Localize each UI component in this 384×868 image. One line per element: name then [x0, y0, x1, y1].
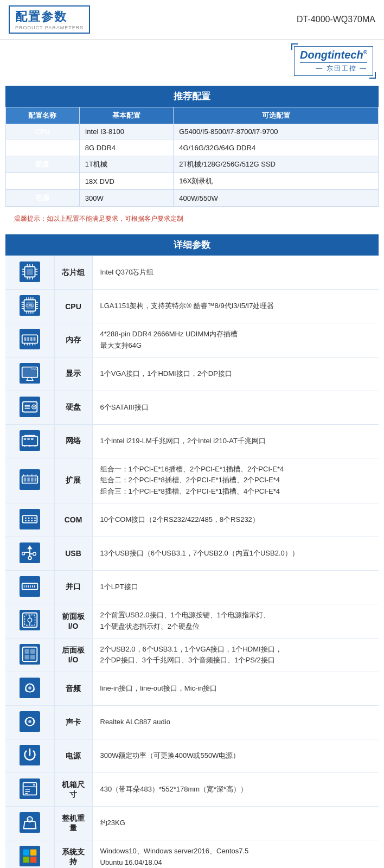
- svg-point-123: [28, 686, 31, 690]
- detail-label: 扩展: [54, 458, 92, 503]
- detail-icon-cell: [5, 739, 54, 773]
- rec-basic: 300W: [79, 190, 173, 207]
- svg-rect-140: [23, 850, 29, 856]
- list-item: KG 整机重量 约23KG: [5, 807, 379, 840]
- detail-label: 前面板I/O: [54, 604, 92, 638]
- detail-label: 内存: [54, 323, 92, 358]
- detail-value: 1个Intel i219-LM千兆网口，2个Intel i210-AT千兆网口: [92, 424, 379, 458]
- logo-box: 配置参数 PRODUCT PARAMETERS: [9, 5, 90, 34]
- svg-point-126: [28, 720, 31, 723]
- brand-sub: — 东田工控 —: [300, 62, 367, 73]
- list-item: COM 10个COM接口（2个RS232/422/485，8个RS232）: [5, 503, 379, 537]
- rec-optional: G5400/I5-8500/I7-8700/I7-9700: [174, 124, 379, 139]
- svg-rect-38: [27, 337, 29, 341]
- detail-label: 并口: [54, 570, 92, 604]
- detail-table: 芯片组 Intel Q370芯片组 CPU CPU LGA1151架构，支持英特…: [5, 256, 379, 868]
- audio-icon: [20, 678, 40, 700]
- detail-label: 声卡: [54, 706, 92, 739]
- expand-icon: [20, 469, 40, 492]
- detail-label: 显示: [54, 357, 92, 391]
- detail-value: line-in接口，line-out接口，Mic-in接口: [92, 672, 379, 706]
- detail-icon-cell: [5, 391, 54, 424]
- frontio-icon: [20, 610, 40, 632]
- detail-icon-cell: CPU: [5, 290, 54, 323]
- detail-value: 10个COM接口（2个RS232/422/485，8个RS232）: [92, 503, 379, 537]
- cpu-icon: CPU: [20, 295, 40, 317]
- rec-optional: 16X刻录机: [174, 173, 379, 190]
- list-item: USB 13个USB接口（6个USB3.1，7个USB2.0（内置1个USB2.…: [5, 537, 379, 570]
- detail-label: 硬盘: [54, 391, 92, 424]
- svg-point-57: [33, 406, 35, 407]
- svg-text:CPU: CPU: [25, 303, 34, 308]
- detail-label: 整机重量: [54, 807, 92, 840]
- chipset-icon: [20, 261, 40, 284]
- svg-point-88: [34, 518, 36, 519]
- detail-icon-cell: [5, 458, 54, 503]
- list-item: 并口 1个LPT接口: [5, 570, 379, 604]
- list-item: 系统支持 Windows10、Windows server2016、Centos…: [5, 840, 379, 868]
- detail-icon-cell: [5, 604, 54, 638]
- rec-col1: 配置名称: [6, 107, 80, 124]
- usb-icon: [20, 542, 40, 565]
- detail-label: 网络: [54, 424, 92, 458]
- rec-name: CPU: [6, 124, 80, 139]
- hdd-icon: [20, 397, 40, 419]
- detail-label: USB: [54, 537, 92, 570]
- table-row: 光驱 18X DVD 16X刻录机: [6, 173, 379, 190]
- detail-icon-cell: [5, 323, 54, 358]
- detail-value: 6个SATAIII接口: [92, 391, 379, 424]
- detail-value: Realtek ALC887 audio: [92, 706, 379, 739]
- detail-label: 系统支持: [54, 840, 92, 868]
- detail-icon-cell: [5, 638, 54, 672]
- detail-icon-cell: [5, 537, 54, 570]
- rec-basic: Intel I3-8100: [79, 124, 173, 139]
- detail-title: 详细参数: [5, 234, 379, 256]
- recommend-title: 推荐配置: [5, 86, 379, 107]
- svg-rect-142: [23, 857, 29, 863]
- display-icon: VGA: [20, 363, 40, 385]
- detail-icon-cell: [5, 424, 54, 458]
- list-item: 前面板I/O 2个前置USB2.0接口、1个电源按键、1个电源指示灯、1个硬盘状…: [5, 604, 379, 638]
- detail-value: 约23KG: [92, 807, 379, 840]
- detail-value: 2个USB2.0，6个USB3.1，1个VGA接口，1个HDMI接口，2个DP接…: [92, 638, 379, 672]
- svg-rect-75: [23, 477, 26, 482]
- detail-label: 后面板I/O: [54, 638, 92, 672]
- chassis-icon: [20, 778, 40, 801]
- rec-optional: 4G/16G/32G/64G DDR4: [174, 139, 379, 156]
- detail-value: Windows10、Windows server2016、Centos7.5Ub…: [92, 840, 379, 868]
- svg-rect-119: [24, 655, 29, 660]
- memory-icon: [20, 329, 40, 351]
- list-item: 音频 line-in接口，line-out接口，Mic-in接口: [5, 672, 379, 706]
- svg-point-131: [33, 784, 35, 786]
- svg-rect-117: [24, 649, 29, 654]
- detail-value: 430（带耳朵483）*552*178mm（宽*深*高））: [92, 773, 379, 807]
- svg-rect-139: [20, 846, 40, 866]
- list-item: 芯片组 Intel Q370芯片组: [5, 256, 379, 290]
- detail-icon-cell: [5, 256, 54, 290]
- rec-name: 电源: [6, 190, 80, 207]
- svg-rect-39: [30, 337, 33, 341]
- detail-icon-cell: [5, 503, 54, 537]
- rec-name: 光驱: [6, 173, 80, 190]
- detail-value: 组合一：1个PCI-E*16插槽、2个PCI-E*1插槽、2个PCI-E*4组合…: [92, 458, 379, 503]
- svg-rect-78: [34, 477, 36, 482]
- svg-rect-2: [27, 269, 33, 275]
- detail-label: 音频: [54, 672, 92, 706]
- svg-rect-64: [27, 438, 30, 440]
- list-item: 网络 1个Intel i219-LM千兆网口，2个Intel i210-AT千兆…: [5, 424, 379, 458]
- logo-title: 配置参数: [15, 9, 84, 25]
- detail-label: 电源: [54, 739, 92, 773]
- detail-value: 300W额定功率（可更换400W或550W电源）: [92, 739, 379, 773]
- list-item: 硬盘 6个SATAIII接口: [5, 391, 379, 424]
- model-number: DT-4000-WQ370MA: [297, 15, 375, 24]
- recommend-table: 配置名称 基本配置 可选配置 CPU Intel I3-8100 G5400/I…: [5, 107, 379, 207]
- rec-optional: 2T机械/128G/256G/512G SSD: [174, 156, 379, 173]
- detail-value: 1个VGA接口，1个HDMI接口，2个DP接口: [92, 357, 379, 391]
- table-row: 电源 300W 400W/550W: [6, 190, 379, 207]
- detail-value: LGA1151架构，支持英特尔® 酷睿™8/9代I3/I5/I7处理器: [92, 290, 379, 323]
- svg-rect-141: [30, 850, 36, 856]
- svg-rect-37: [24, 337, 26, 341]
- os-icon: [20, 846, 40, 868]
- svg-point-89: [25, 520, 27, 521]
- detail-label: COM: [54, 503, 92, 537]
